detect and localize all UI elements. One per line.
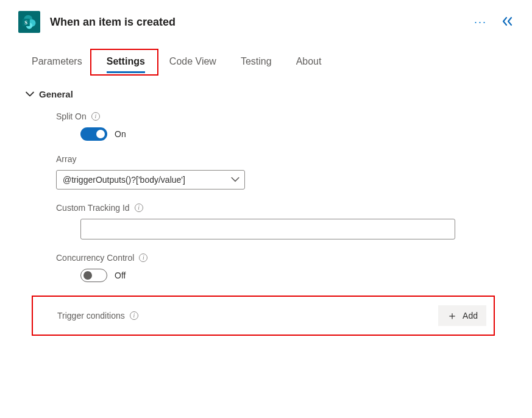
info-icon[interactable]: i [91,112,100,121]
tab-parameters[interactable]: Parameters [20,51,94,73]
info-icon[interactable]: i [130,311,138,320]
split-on-toggle[interactable] [80,127,107,141]
more-options-icon[interactable]: ··· [474,16,487,29]
split-on-state: On [115,129,126,139]
concurrency-state: Off [115,271,126,280]
tab-settings[interactable]: Settings [94,51,157,73]
info-icon[interactable]: i [135,204,143,212]
header-actions: ··· [474,16,514,29]
header-left: S When an item is created [18,11,176,33]
section-general: General Split On i On Array @triggerOutp… [18,89,514,336]
card-header: S When an item is created ··· [18,11,514,33]
card-title: When an item is created [50,16,176,29]
split-on-label: Split On [56,112,87,121]
field-concurrency: Concurrency Control i Off [56,253,514,282]
add-button-label: Add [463,311,478,321]
section-toggle-general[interactable]: General [26,89,514,99]
custom-tracking-id-input[interactable] [80,219,455,239]
info-icon[interactable]: i [139,253,147,262]
plus-icon: ＋ [447,308,458,323]
chevron-down-icon [26,90,34,99]
settings-form: Split On i On Array @triggerOutputs()?['… [26,112,514,336]
concurrency-toggle[interactable] [80,269,107,282]
array-value: @triggerOutputs()?['body/value'] [63,175,185,185]
array-select[interactable]: @triggerOutputs()?['body/value'] [56,170,245,190]
section-title: General [39,89,73,99]
tab-code-view[interactable]: Code View [157,51,229,73]
svg-text:S: S [24,19,27,26]
field-custom-tracking-id: Custom Tracking Id i [56,203,514,239]
tab-about[interactable]: About [284,51,334,73]
array-label: Array [56,154,76,164]
custom-tracking-id-label: Custom Tracking Id [56,203,130,213]
tab-bar: Parameters Settings Code View Testing Ab… [18,51,514,73]
field-array: Array @triggerOutputs()?['body/value'] [56,154,514,190]
annotation-highlight-trigger: Trigger conditions i ＋ Add [32,296,495,336]
trigger-conditions-label: Trigger conditions [57,311,125,321]
tab-testing[interactable]: Testing [229,51,284,73]
concurrency-label: Concurrency Control [56,253,134,263]
sharepoint-icon: S [18,11,40,33]
field-split-on: Split On i On [56,112,514,141]
chevron-down-icon [231,175,239,184]
collapse-icon[interactable] [502,16,514,28]
add-trigger-condition-button[interactable]: ＋ Add [438,305,486,326]
